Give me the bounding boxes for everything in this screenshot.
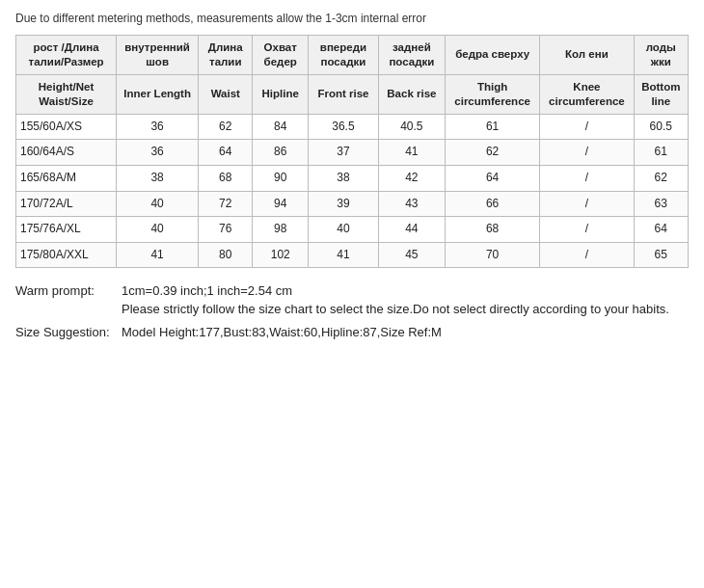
cell-2-6: 64: [445, 165, 539, 191]
cell-5-8: 65: [634, 242, 688, 268]
cell-3-2: 72: [199, 191, 253, 217]
cell-0-4: 36.5: [309, 114, 379, 140]
cell-1-0: 160/64A/S: [16, 140, 117, 166]
size-table: рост /Длина талии/Размер внутренний шов …: [15, 35, 689, 268]
col-header-en-6: Thigh circumference: [445, 74, 539, 114]
cell-2-3: 90: [253, 165, 309, 191]
col-header-ru-1: внутренний шов: [117, 36, 199, 75]
cell-2-5: 42: [378, 165, 445, 191]
cell-1-3: 86: [253, 140, 309, 166]
table-row: 170/72A/L407294394366/63: [16, 191, 689, 217]
table-row: 175/80A/XXL4180102414570/65: [16, 242, 689, 268]
cell-1-7: /: [540, 140, 634, 166]
cell-4-7: /: [540, 217, 634, 243]
cell-0-1: 36: [117, 114, 199, 140]
cell-3-5: 43: [378, 191, 445, 217]
cell-5-2: 80: [199, 242, 253, 268]
cell-5-6: 70: [445, 242, 539, 268]
col-header-en-8: Bottom line: [634, 74, 688, 114]
cell-0-6: 61: [445, 114, 539, 140]
cell-3-1: 40: [117, 191, 199, 217]
cell-3-4: 39: [309, 191, 379, 217]
cell-4-8: 64: [634, 217, 688, 243]
col-header-ru-8: лоды жки: [634, 36, 688, 75]
cell-0-7: /: [540, 114, 634, 140]
cell-4-1: 40: [117, 217, 199, 243]
cell-5-3: 102: [253, 242, 309, 268]
cell-2-1: 38: [117, 165, 199, 191]
cell-2-0: 165/68A/M: [16, 165, 117, 191]
cell-1-8: 61: [634, 140, 688, 166]
cell-1-5: 41: [378, 140, 445, 166]
col-header-ru-7: Кол ени: [540, 36, 634, 75]
col-header-ru-0: рост /Длина талии/Размер: [16, 36, 117, 75]
header-row-en: Height/Net Waist/Size Inner Length Waist…: [16, 74, 689, 114]
col-header-en-3: Hipline: [253, 74, 309, 114]
cell-3-7: /: [540, 191, 634, 217]
table-row: 175/76A/XL407698404468/64: [16, 217, 689, 243]
cell-4-2: 76: [199, 217, 253, 243]
header-row-ru: рост /Длина талии/Размер внутренний шов …: [16, 36, 689, 75]
col-header-ru-2: Длина талии: [199, 36, 253, 75]
warm-prompt-label: Warm prompt:: [15, 283, 122, 319]
table-row: 165/68A/M386890384264/62: [16, 165, 689, 191]
cell-0-3: 84: [253, 114, 309, 140]
col-header-en-1: Inner Length: [117, 74, 199, 114]
cell-4-4: 40: [309, 217, 379, 243]
col-header-ru-6: бедра сверху: [445, 36, 539, 75]
col-header-en-0: Height/Net Waist/Size: [16, 74, 117, 114]
cell-5-0: 175/80A/XXL: [16, 242, 117, 268]
cell-1-6: 62: [445, 140, 539, 166]
col-header-ru-4: впереди посадки: [309, 36, 379, 75]
cell-0-8: 60.5: [634, 114, 688, 140]
cell-4-5: 44: [378, 217, 445, 243]
size-suggestion-row: Size Suggestion: Model Height:177,Bust:8…: [15, 325, 689, 339]
size-suggestion-label: Size Suggestion:: [15, 325, 122, 339]
notice-text: Due to different metering methods, measu…: [15, 12, 689, 25]
warm-prompt-content: 1cm=0.39 inch;1 inch=2.54 cm Please stri…: [122, 283, 689, 319]
cell-5-5: 45: [378, 242, 445, 268]
cell-5-7: /: [540, 242, 634, 268]
cell-0-5: 40.5: [378, 114, 445, 140]
cell-2-8: 62: [634, 165, 688, 191]
warm-prompt-line2: Please strictly follow the size chart to…: [122, 300, 689, 319]
col-header-en-4: Front rise: [309, 74, 379, 114]
cell-5-1: 41: [117, 242, 199, 268]
col-header-ru-5: задней посадки: [378, 36, 445, 75]
col-header-en-7: Knee circumference: [540, 74, 634, 114]
table-row: 160/64A/S366486374162/61: [16, 140, 689, 166]
size-suggestion-content: Model Height:177,Bust:83,Waist:60,Hiplin…: [122, 325, 689, 339]
cell-4-0: 175/76A/XL: [16, 217, 117, 243]
cell-4-6: 68: [445, 217, 539, 243]
cell-5-4: 41: [309, 242, 379, 268]
cell-3-6: 66: [445, 191, 539, 217]
cell-0-2: 62: [199, 114, 253, 140]
cell-4-3: 98: [253, 217, 309, 243]
cell-1-4: 37: [309, 140, 379, 166]
col-header-ru-3: Охват бедер: [253, 36, 309, 75]
cell-2-7: /: [540, 165, 634, 191]
cell-0-0: 155/60A/XS: [16, 114, 117, 140]
cell-3-8: 63: [634, 191, 688, 217]
col-header-en-2: Waist: [199, 74, 253, 114]
cell-1-2: 64: [199, 140, 253, 166]
table-row: 155/60A/XS36628436.540.561/60.5: [16, 114, 689, 140]
cell-1-1: 36: [117, 140, 199, 166]
cell-2-2: 68: [199, 165, 253, 191]
warm-prompt-line1: 1cm=0.39 inch;1 inch=2.54 cm: [122, 283, 689, 298]
warm-prompt-row: Warm prompt: 1cm=0.39 inch;1 inch=2.54 c…: [15, 283, 689, 319]
cell-2-4: 38: [309, 165, 379, 191]
footer-section: Warm prompt: 1cm=0.39 inch;1 inch=2.54 c…: [15, 283, 689, 339]
col-header-en-5: Back rise: [378, 74, 445, 114]
cell-3-3: 94: [253, 191, 309, 217]
cell-3-0: 170/72A/L: [16, 191, 117, 217]
